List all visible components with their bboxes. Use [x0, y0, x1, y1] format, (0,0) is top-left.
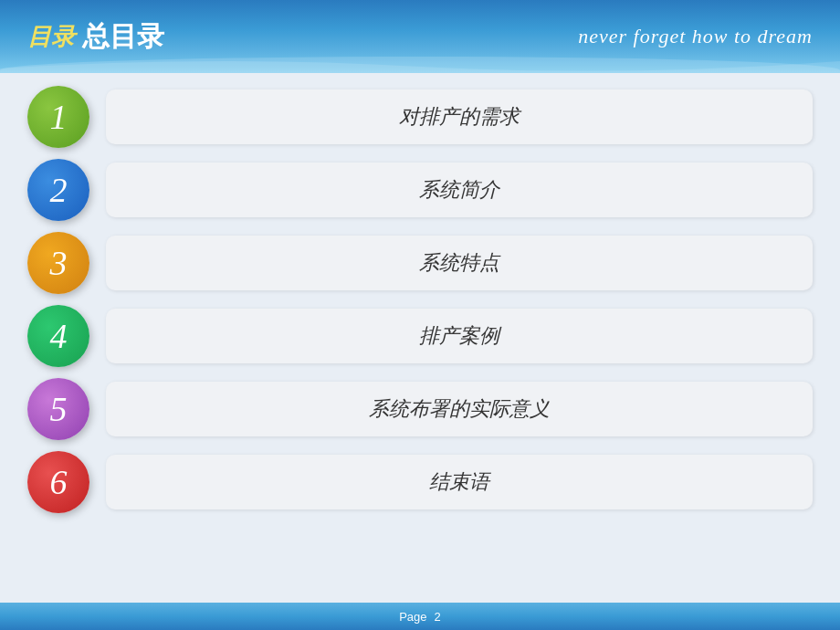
header-mulu-label: 目录 — [27, 21, 75, 53]
toc-bar-text-3: 系统特点 — [419, 249, 499, 277]
footer-page-label: Page — [399, 610, 426, 624]
header-tagline: never forget how to dream — [578, 25, 813, 48]
toc-bar-text-4: 排产案例 — [419, 322, 499, 350]
toc-bar-6[interactable]: 结束语 — [106, 455, 813, 509]
toc-bar-4[interactable]: 排产案例 — [106, 309, 813, 363]
toc-bar-3[interactable]: 系统特点 — [106, 236, 813, 290]
footer: Page 2 — [0, 603, 840, 630]
toc-row-1[interactable]: 1对排产的需求 — [27, 84, 813, 150]
toc-bar-5[interactable]: 系统布署的实际意义 — [106, 382, 813, 436]
toc-bar-text-6: 结束语 — [429, 468, 489, 496]
toc-bar-1[interactable]: 对排产的需求 — [106, 89, 813, 144]
toc-circle-4: 4 — [27, 305, 89, 367]
toc-row-3[interactable]: 3系统特点 — [27, 230, 813, 296]
toc-circle-1: 1 — [27, 86, 89, 148]
toc-circle-2: 2 — [27, 159, 89, 221]
toc-row-5[interactable]: 5系统布署的实际意义 — [27, 376, 813, 442]
toc-row-6[interactable]: 6结束语 — [27, 449, 813, 515]
header: 目录 总目录 never forget how to dream — [0, 0, 840, 73]
toc-row-2[interactable]: 2系统简介 — [27, 157, 813, 223]
toc-bar-2[interactable]: 系统简介 — [106, 163, 813, 217]
toc-row-4[interactable]: 4排产案例 — [27, 303, 813, 369]
footer-page-number: 2 — [435, 610, 441, 624]
toc-bar-text-2: 系统简介 — [419, 176, 499, 204]
toc-bar-text-5: 系统布署的实际意义 — [369, 395, 550, 423]
header-wave-decoration — [0, 50, 840, 73]
toc-circle-3: 3 — [27, 232, 89, 294]
toc-circle-6: 6 — [27, 451, 89, 513]
toc-bar-text-1: 对排产的需求 — [399, 103, 520, 131]
toc-circle-5: 5 — [27, 378, 89, 440]
toc-main: 1对排产的需求2系统简介3系统特点4排产案例5系统布署的实际意义6结束语 — [0, 73, 840, 603]
